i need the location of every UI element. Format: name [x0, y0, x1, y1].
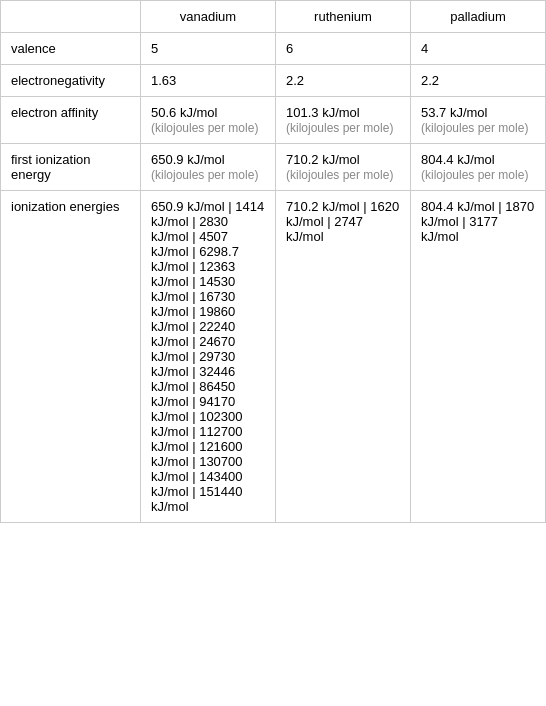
cell-ruthenium-valence: 6 — [276, 33, 411, 65]
cell-palladium-first-ionization: 804.4 kJ/mol (kilojoules per mole) — [411, 144, 546, 191]
row-label-valence: valence — [1, 33, 141, 65]
value: 101.3 kJ/mol — [286, 105, 360, 120]
unit: (kilojoules per mole) — [151, 121, 258, 135]
cell-vanadium-valence: 5 — [141, 33, 276, 65]
cell-vanadium-ionization-energies: 650.9 kJ/mol | 1414 kJ/mol | 2830 kJ/mol… — [141, 191, 276, 523]
comparison-table: vanadium ruthenium palladium valence 5 6… — [0, 0, 546, 523]
unit: (kilojoules per mole) — [421, 168, 528, 182]
cell-ruthenium-electronegativity: 2.2 — [276, 65, 411, 97]
value: 804.4 kJ/mol | 1870 kJ/mol | 3177 kJ/mol — [421, 199, 534, 244]
cell-palladium-electron-affinity: 53.7 kJ/mol (kilojoules per mole) — [411, 97, 546, 144]
row-label-electronegativity: electronegativity — [1, 65, 141, 97]
table-row: ionization energies 650.9 kJ/mol | 1414 … — [1, 191, 546, 523]
table-row: electronegativity 1.63 2.2 2.2 — [1, 65, 546, 97]
table-row: valence 5 6 4 — [1, 33, 546, 65]
cell-vanadium-first-ionization: 650.9 kJ/mol (kilojoules per mole) — [141, 144, 276, 191]
cell-ruthenium-ionization-energies: 710.2 kJ/mol | 1620 kJ/mol | 2747 kJ/mol — [276, 191, 411, 523]
table-row: first ionization energy 650.9 kJ/mol (ki… — [1, 144, 546, 191]
col-header-vanadium: vanadium — [141, 1, 276, 33]
cell-vanadium-electronegativity: 1.63 — [141, 65, 276, 97]
row-label-first-ionization-energy: first ionization energy — [1, 144, 141, 191]
value: 804.4 kJ/mol — [421, 152, 495, 167]
cell-vanadium-electron-affinity: 50.6 kJ/mol (kilojoules per mole) — [141, 97, 276, 144]
cell-palladium-ionization-energies: 804.4 kJ/mol | 1870 kJ/mol | 3177 kJ/mol — [411, 191, 546, 523]
value: 650.9 kJ/mol — [151, 152, 225, 167]
table-row: electron affinity 50.6 kJ/mol (kilojoule… — [1, 97, 546, 144]
col-header-palladium: palladium — [411, 1, 546, 33]
unit: (kilojoules per mole) — [286, 121, 393, 135]
cell-ruthenium-first-ionization: 710.2 kJ/mol (kilojoules per mole) — [276, 144, 411, 191]
cell-palladium-electronegativity: 2.2 — [411, 65, 546, 97]
value: 50.6 kJ/mol — [151, 105, 217, 120]
unit: (kilojoules per mole) — [151, 168, 258, 182]
cell-palladium-valence: 4 — [411, 33, 546, 65]
cell-ruthenium-electron-affinity: 101.3 kJ/mol (kilojoules per mole) — [276, 97, 411, 144]
value: 710.2 kJ/mol | 1620 kJ/mol | 2747 kJ/mol — [286, 199, 399, 244]
value: 650.9 kJ/mol | 1414 kJ/mol | 2830 kJ/mol… — [151, 199, 264, 514]
unit: (kilojoules per mole) — [286, 168, 393, 182]
row-label-electron-affinity: electron affinity — [1, 97, 141, 144]
value: 53.7 kJ/mol — [421, 105, 487, 120]
unit: (kilojoules per mole) — [421, 121, 528, 135]
value: 710.2 kJ/mol — [286, 152, 360, 167]
col-header-ruthenium: ruthenium — [276, 1, 411, 33]
row-label-ionization-energies: ionization energies — [1, 191, 141, 523]
col-header-empty — [1, 1, 141, 33]
